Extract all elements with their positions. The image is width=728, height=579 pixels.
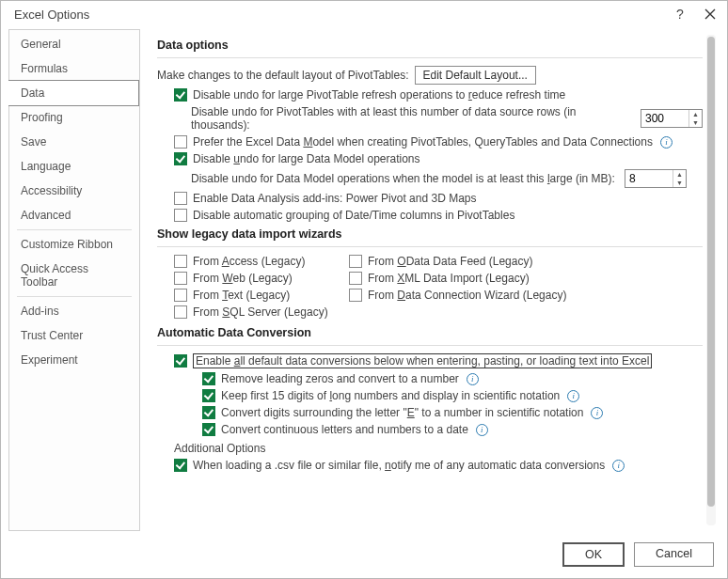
sidebar-item-trust-center[interactable]: Trust Center xyxy=(9,323,139,348)
label-convert-e: Convert digits surrounding the letter "E… xyxy=(221,406,583,419)
row-legacy-0: From Access (Legacy) xyxy=(174,255,334,268)
main-panel: Data options Make changes to the default… xyxy=(140,29,720,531)
sidebar-item-data[interactable]: Data xyxy=(8,80,139,106)
info-icon[interactable] xyxy=(612,460,625,472)
titlebar: Excel Options ? xyxy=(1,1,727,25)
sidebar-item-customize-ribbon[interactable]: Customize Ribbon xyxy=(9,232,139,257)
info-icon[interactable] xyxy=(660,136,673,149)
checkbox-legacy-5[interactable] xyxy=(349,289,362,302)
sidebar-item-formulas[interactable]: Formulas xyxy=(9,56,139,81)
additional-options-title: Additional Options xyxy=(157,442,703,455)
checkbox-convert-date[interactable] xyxy=(202,423,215,436)
info-icon[interactable] xyxy=(567,390,579,402)
checkbox-disable-autogroup[interactable] xyxy=(174,209,187,222)
input-disable-undo-dm-size[interactable] xyxy=(625,170,673,187)
ok-button[interactable]: OK xyxy=(562,542,625,567)
sidebar-item-accessibility[interactable]: Accessibility xyxy=(9,179,139,203)
row-keep-15: Keep first 15 digits of long numbers and… xyxy=(157,389,703,402)
sidebar: GeneralFormulasDataProofingSaveLanguageA… xyxy=(8,29,140,531)
checkbox-legacy-4[interactable] xyxy=(174,289,187,302)
window-controls: ? xyxy=(673,7,718,22)
label-convert-date: Convert continuous letters and numbers t… xyxy=(221,423,468,436)
close-icon[interactable] xyxy=(703,7,718,22)
label-disable-undo-rows: Disable undo for PivotTables with at lea… xyxy=(191,105,631,132)
label-legacy-5: From Data Connection Wizard (Legacy) xyxy=(368,289,566,302)
checkbox-prefer-data-model[interactable] xyxy=(174,135,187,149)
row-csv-notify: When loading a .csv file or similar file… xyxy=(157,459,703,472)
divider xyxy=(157,57,703,58)
checkbox-enable-all[interactable] xyxy=(174,354,187,368)
sidebar-item-advanced[interactable]: Advanced xyxy=(9,203,139,227)
excel-options-dialog: Excel Options ? GeneralFormulasDataProof… xyxy=(0,0,728,579)
spinner-down-icon[interactable]: ▼ xyxy=(673,179,686,187)
checkbox-remove-zeros[interactable] xyxy=(202,372,215,385)
sidebar-item-proofing[interactable]: Proofing xyxy=(9,105,139,130)
label-csv-notify: When loading a .csv file or similar file… xyxy=(193,459,605,472)
info-icon[interactable] xyxy=(476,424,488,436)
checkbox-csv-notify[interactable] xyxy=(174,459,187,472)
checkbox-enable-addins[interactable] xyxy=(174,192,187,205)
row-disable-undo-dm-size: Disable undo for Data Model operations w… xyxy=(157,169,703,188)
divider xyxy=(157,345,703,346)
label-disable-undo-dm: Disable undo for large Data Model operat… xyxy=(193,152,420,165)
spinner-down-icon[interactable]: ▼ xyxy=(689,118,702,127)
sidebar-item-save[interactable]: Save xyxy=(9,130,139,154)
label-keep-15: Keep first 15 digits of long numbers and… xyxy=(221,389,560,402)
row-prefer-data-model: Prefer the Excel Data Model when creatin… xyxy=(157,135,703,149)
row-enable-all: Enable all default data conversions belo… xyxy=(157,353,703,368)
row-legacy-2: From Web (Legacy) xyxy=(174,272,334,285)
checkbox-convert-e[interactable] xyxy=(202,406,215,419)
label-legacy-2: From Web (Legacy) xyxy=(193,272,293,285)
section-title-legacy: Show legacy data import wizards xyxy=(157,227,703,241)
label-prefer-data-model: Prefer the Excel Data Model when creatin… xyxy=(193,135,653,149)
sidebar-item-quick-access-toolbar[interactable]: Quick Access Toolbar xyxy=(9,257,139,294)
dialog-title: Excel Options xyxy=(14,8,89,22)
info-icon[interactable] xyxy=(467,373,479,385)
spinner-up-icon[interactable]: ▲ xyxy=(689,110,702,118)
row-legacy-4: From Text (Legacy) xyxy=(174,289,334,302)
divider xyxy=(157,246,703,247)
row-disable-undo-rows: Disable undo for PivotTables with at lea… xyxy=(157,105,703,132)
checkbox-legacy-3[interactable] xyxy=(349,272,362,285)
legacy-wizard-grid: From Access (Legacy)From OData Data Feed… xyxy=(157,255,703,319)
checkbox-legacy-6[interactable] xyxy=(174,305,187,319)
row-legacy-5: From Data Connection Wizard (Legacy) xyxy=(349,289,593,302)
row-enable-addins: Enable Data Analysis add-ins: Power Pivo… xyxy=(157,192,703,205)
checkbox-disable-undo-dm[interactable] xyxy=(174,152,187,165)
row-legacy-6: From SQL Server (Legacy) xyxy=(174,305,334,319)
checkbox-disable-undo-pivot[interactable] xyxy=(174,88,187,102)
sidebar-item-experiment[interactable]: Experiment xyxy=(9,348,139,372)
sidebar-divider xyxy=(17,229,132,230)
label-legacy-1: From OData Data Feed (Legacy) xyxy=(368,255,532,268)
scrollbar[interactable] xyxy=(706,35,716,525)
checkbox-legacy-0[interactable] xyxy=(174,255,187,268)
label-enable-all: Enable all default data conversions belo… xyxy=(193,353,652,368)
checkbox-legacy-1[interactable] xyxy=(349,255,362,268)
spinner-disable-undo-dm-size[interactable]: ▲▼ xyxy=(625,169,687,188)
row-disable-undo-dm: Disable undo for large Data Model operat… xyxy=(157,152,703,165)
spinner-disable-undo-rows[interactable]: ▲▼ xyxy=(641,109,703,128)
section-title-data-options: Data options xyxy=(157,39,703,52)
row-disable-autogroup: Disable automatic grouping of Date/Time … xyxy=(157,209,703,222)
dialog-footer: OK Cancel xyxy=(1,535,727,578)
checkbox-keep-15[interactable] xyxy=(202,389,215,402)
sidebar-item-add-ins[interactable]: Add-ins xyxy=(9,299,139,323)
scrollbar-thumb[interactable] xyxy=(707,37,715,507)
row-remove-zeros: Remove leading zeros and convert to a nu… xyxy=(157,372,703,385)
sidebar-item-language[interactable]: Language xyxy=(9,154,139,179)
spinner-up-icon[interactable]: ▲ xyxy=(673,170,686,179)
row-disable-undo-pivot: Disable undo for large PivotTable refres… xyxy=(157,88,703,102)
cancel-button[interactable]: Cancel xyxy=(634,542,714,567)
edit-default-layout-button[interactable]: Edit Default Layout... xyxy=(415,66,536,85)
input-disable-undo-rows[interactable] xyxy=(641,110,688,127)
dialog-body: GeneralFormulasDataProofingSaveLanguageA… xyxy=(1,25,727,535)
help-icon[interactable]: ? xyxy=(673,7,688,22)
label-pivot-layout: Make changes to the default layout of Pi… xyxy=(157,69,409,82)
info-icon[interactable] xyxy=(591,407,603,419)
label-legacy-4: From Text (Legacy) xyxy=(193,289,290,302)
sidebar-item-general[interactable]: General xyxy=(9,32,139,56)
row-legacy-1: From OData Data Feed (Legacy) xyxy=(349,255,593,268)
label-remove-zeros: Remove leading zeros and convert to a nu… xyxy=(221,372,459,385)
label-disable-autogroup: Disable automatic grouping of Date/Time … xyxy=(193,209,514,222)
checkbox-legacy-2[interactable] xyxy=(174,272,187,285)
